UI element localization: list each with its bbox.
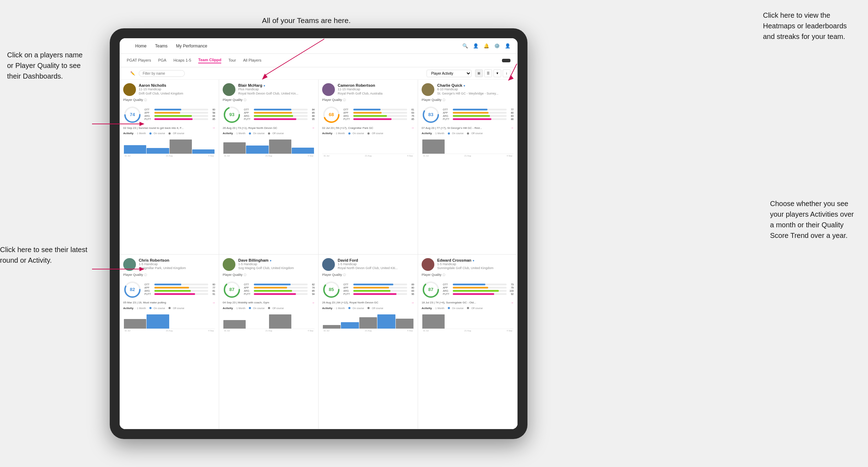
filter-icon[interactable]: ▼	[493, 69, 501, 77]
avatar[interactable]	[322, 83, 335, 96]
player-name[interactable]: Charlie Quick ●	[437, 83, 498, 87]
stat-value: 80	[409, 286, 414, 289]
stat-bar	[254, 293, 296, 295]
stat-row: OTT 77	[443, 108, 514, 111]
activity-header: Activity · 1 Month On course Off course	[422, 132, 514, 135]
stat-bar	[353, 284, 393, 285]
activity-period[interactable]: · 1 Month	[235, 132, 245, 135]
settings-icon[interactable]: ⚙️	[494, 43, 500, 49]
stat-bar-container	[453, 118, 507, 120]
list-view-icon[interactable]: ☰	[484, 69, 492, 77]
activity-header: Activity · 1 Month On course Off course	[123, 132, 215, 135]
activity-period[interactable]: · 1 Month	[136, 132, 146, 135]
activity-title: Activity	[223, 132, 233, 135]
avatar[interactable]	[322, 258, 335, 271]
player-name[interactable]: David Ford	[338, 258, 398, 262]
player-club: Sunningdale Golf Club, United Kingdom	[437, 266, 493, 270]
stat-bar-container	[154, 115, 208, 117]
quality-circle[interactable]: 93	[223, 106, 241, 124]
grid-view-icon[interactable]: ⊞	[475, 69, 483, 77]
player-name[interactable]: Edward Crossman ●	[437, 258, 493, 262]
round-text: 04 Sep 23 | Mobility with coach, Gym	[223, 301, 310, 304]
stat-row: ARG 81	[144, 290, 215, 292]
round-annotation: Click here to see their latest round or …	[0, 244, 87, 266]
player-header: Chris Robertson 1-5 Handicap Craigmillar…	[123, 258, 215, 271]
round-text: 18 Jul 23 | 74 (+4), Sunningdale GC - Ol…	[422, 301, 509, 304]
round-link[interactable]: →	[212, 301, 215, 304]
activity-period[interactable]: · 1 Month	[136, 307, 146, 309]
stat-bar	[154, 109, 181, 110]
quality-circle[interactable]: 83	[422, 106, 440, 124]
subnav-team-clippd[interactable]: Team Clippd	[198, 58, 221, 63]
activity-period[interactable]: · 1 Month	[335, 132, 345, 135]
player-name[interactable]: Cameron Robertson	[338, 83, 383, 87]
avatar[interactable]	[422, 258, 434, 271]
player-name[interactable]: Blair McHarg ●	[238, 83, 298, 87]
avatar[interactable]	[123, 258, 136, 271]
player-name[interactable]: Chris Robertson	[139, 258, 186, 262]
subnav-pgat[interactable]: PGAT Players	[127, 58, 151, 63]
stat-bar-container	[154, 112, 208, 114]
quality-circle[interactable]: 85	[322, 280, 341, 299]
show-dropdown[interactable]: Player Activity Quality Score Trend	[427, 70, 472, 77]
quality-circle[interactable]: 82	[123, 280, 142, 299]
nav-home[interactable]: Home	[135, 44, 147, 49]
player-club: St. George's Hill GC - Weybridge - Surre…	[437, 92, 498, 96]
activity-period[interactable]: · 1 Month	[434, 307, 444, 309]
quality-circle[interactable]: 74	[123, 106, 142, 124]
subnav-pga[interactable]: PGA	[158, 58, 166, 63]
on-course-legend	[249, 307, 251, 309]
stat-value: 85	[210, 118, 215, 120]
search-icon[interactable]: 🔍	[462, 43, 468, 49]
round-link[interactable]: →	[510, 301, 514, 304]
on-course-legend	[448, 307, 450, 309]
latest-round: 05 Mar 23 | 19, Must make putting →	[123, 301, 215, 304]
round-link[interactable]: →	[212, 126, 215, 130]
activity-period[interactable]: · 1 Month	[335, 307, 345, 309]
nav-my-performance[interactable]: My Performance	[176, 44, 207, 49]
stat-value: 83	[409, 290, 414, 292]
round-link[interactable]: →	[510, 126, 514, 130]
round-link[interactable]: →	[312, 126, 315, 130]
quality-bars: OTT 73 APP 79	[443, 283, 514, 296]
stat-label: OTT	[244, 108, 252, 111]
quality-circle[interactable]: 68	[322, 106, 341, 124]
avatar[interactable]	[422, 83, 434, 96]
quality-circle[interactable]: 87	[223, 280, 241, 299]
search-input[interactable]	[139, 70, 185, 77]
activity-period[interactable]: · 1 Month	[434, 132, 444, 135]
bell-icon[interactable]: 🔔	[484, 43, 489, 49]
quality-label: Player Quality ⓘ	[422, 273, 514, 277]
avatar[interactable]	[123, 83, 136, 96]
subnav-tour[interactable]: Tour	[228, 58, 236, 63]
activity-title: Activity	[123, 132, 133, 135]
stat-value: 80	[508, 112, 514, 114]
quality-circle[interactable]: 87	[422, 280, 440, 299]
stat-row: ARG 83	[443, 115, 514, 117]
add-team-button[interactable]	[502, 59, 510, 62]
player-handicap: 1-5 Handicap	[437, 262, 493, 267]
stat-label: ARG	[244, 290, 252, 292]
stat-label: PUTT	[244, 293, 252, 295]
round-link[interactable]: →	[411, 126, 414, 130]
subnav-all-players[interactable]: All Players	[243, 58, 262, 63]
nav-teams[interactable]: Teams	[155, 44, 167, 49]
quality-label: Player Quality ⓘ	[422, 98, 514, 102]
stat-bar-container	[254, 290, 308, 292]
player-name[interactable]: Aaron Nicholls	[139, 83, 183, 87]
profile-icon[interactable]: 👤	[473, 43, 479, 49]
subnav-hcaps[interactable]: Hcaps 1-5	[173, 58, 191, 63]
latest-round: 02 Jul 23 | 59 (+17), Craigmillar Park G…	[322, 126, 414, 130]
stat-label: OTT	[244, 283, 252, 286]
stat-label: PUTT	[244, 118, 252, 120]
quality-bars: OTT 77 APP 80	[443, 108, 514, 121]
avatar[interactable]	[223, 258, 235, 271]
edit-icon[interactable]: ✏️	[130, 71, 135, 76]
round-link[interactable]: →	[411, 301, 414, 304]
sort-icon[interactable]: ↕	[503, 69, 510, 77]
round-link[interactable]: →	[312, 301, 315, 304]
player-name[interactable]: Dave Billingham ●	[238, 258, 294, 262]
user-avatar-icon[interactable]: 👤	[505, 43, 510, 49]
avatar[interactable]	[223, 83, 235, 96]
activity-period[interactable]: · 1 Month	[235, 307, 245, 309]
